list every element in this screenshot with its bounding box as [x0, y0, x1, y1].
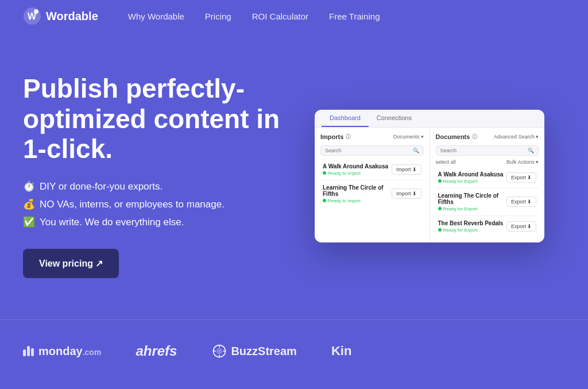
feature-2: 💰 NO VAs, interns, or employees to manag…: [23, 198, 294, 210]
export-arrow-icon-1: ⬇: [527, 175, 532, 180]
export-btn-2[interactable]: Export ⬇: [506, 197, 536, 207]
imports-info-icon: ⓘ: [346, 133, 351, 141]
imports-column: Imports ⓘ Documents ▾ 🔍: [315, 128, 430, 242]
export-btn-3[interactable]: Export ⬇: [506, 221, 536, 232]
hero-section: Publish perfectly-optimized content in 1…: [0, 32, 588, 319]
import-doc-info-1: A Walk Around Asakusa Ready to Import: [323, 163, 392, 176]
bulk-actions-chevron: ▾: [536, 159, 539, 165]
dashboard-tabs: Dashboard Connections: [315, 110, 544, 128]
brand-kinsta: Kin: [331, 344, 351, 359]
svg-point-4: [216, 348, 223, 355]
feature-2-text: NO VAs, interns, or employees to manage.: [40, 199, 225, 210]
doc-title-2: Learning The Circle of Fifths: [438, 192, 506, 205]
documents-search-icon: 🔍: [528, 148, 534, 153]
imports-search-icon: 🔍: [413, 148, 419, 153]
tab-dashboard[interactable]: Dashboard: [322, 110, 369, 127]
buzzstream-icon: [211, 343, 227, 359]
import-doc-status-2: Ready to Import: [323, 198, 392, 203]
documents-info-icon: ⓘ: [472, 133, 477, 141]
documents-search-input[interactable]: [440, 148, 528, 153]
buzzstream-label: BuzzStream: [231, 345, 296, 358]
kinsta-label: Kin: [331, 344, 351, 359]
view-pricing-button[interactable]: View pricing ↗: [23, 249, 119, 278]
doc-status-1: Ready for Export: [438, 179, 506, 184]
monday-bar-1: [23, 349, 26, 356]
svg-point-2: [34, 9, 38, 14]
hero-title: Publish perfectly-optimized content in 1…: [23, 74, 294, 165]
monday-symbol: [23, 346, 34, 356]
brand-name: Wordable: [46, 10, 98, 23]
doc-info-2: Learning The Circle of Fifths Ready for …: [438, 192, 506, 211]
sort-chevron-icon: ▾: [421, 134, 424, 140]
monday-bar-2: [27, 346, 30, 356]
doc-title-3: The Best Reverb Pedals: [438, 220, 506, 226]
import-btn-1[interactable]: Import ⬇: [392, 164, 421, 175]
export-btn-1[interactable]: Export ⬇: [506, 172, 536, 183]
doc-status-dot-2: [438, 207, 442, 210]
doc-status-dot-1: [438, 179, 442, 183]
bulk-actions-dropdown[interactable]: Bulk Actions ▾: [506, 159, 539, 165]
import-doc-info-2: Learning The Circle of Fifths Ready to I…: [323, 184, 392, 203]
import-arrow-icon-2: ⬇: [412, 191, 417, 197]
hero-illustration: Dashboard Connections Imports ⓘ Document…: [294, 110, 565, 242]
doc-status-dot-3: [438, 228, 442, 232]
ahrefs-label: ahrefs: [136, 343, 177, 359]
doc-row-3: The Best Reverb Pedals Ready for Export …: [436, 216, 539, 237]
import-doc-title-1: A Walk Around Asakusa: [323, 163, 392, 170]
hero-content: Publish perfectly-optimized content in 1…: [23, 74, 294, 279]
feature-2-icon: 💰: [23, 198, 35, 210]
export-arrow-icon-3: ⬇: [527, 224, 532, 229]
doc-title-1: A Walk Around Asakusa: [438, 171, 506, 178]
import-row-2: Learning The Circle of Fifths Ready to I…: [320, 180, 424, 207]
doc-info-3: The Best Reverb Pedals Ready for Export: [438, 220, 506, 233]
nav-roi-calculator[interactable]: ROI Calculator: [252, 11, 308, 21]
import-row-1: A Walk Around Asakusa Ready to Import Im…: [320, 159, 424, 180]
advanced-search[interactable]: Advanced Search ▾: [494, 134, 539, 140]
brand-ahrefs: ahrefs: [136, 343, 177, 359]
import-status-dot-2: [323, 199, 326, 202]
logo-link[interactable]: W Wordable: [23, 7, 98, 25]
feature-3-icon: ✅: [23, 216, 35, 228]
import-doc-title-2: Learning The Circle of Fifths: [323, 184, 392, 197]
monday-bar-3: [31, 348, 34, 356]
select-all-label[interactable]: select all: [436, 159, 456, 165]
feature-3-text: You write. We do everything else.: [40, 217, 184, 228]
nav-free-training[interactable]: Free Training: [329, 11, 380, 21]
doc-row-1: A Walk Around Asakusa Ready for Export E…: [436, 167, 539, 188]
doc-info-1: A Walk Around Asakusa Ready for Export: [438, 171, 506, 184]
documents-column: Documents ⓘ Advanced Search ▾ 🔍 selec: [430, 128, 545, 242]
export-arrow-icon-2: ⬇: [527, 199, 532, 205]
feature-3: ✅ You write. We do everything else.: [23, 216, 294, 228]
imports-search-box[interactable]: 🔍: [320, 145, 424, 156]
documents-header: Documents ⓘ Advanced Search ▾: [436, 133, 539, 141]
documents-title: Documents ⓘ: [436, 133, 478, 141]
advanced-search-chevron: ▾: [536, 134, 539, 140]
imports-header: Imports ⓘ Documents ▾: [320, 133, 424, 141]
brand-monday: monday.com: [23, 345, 101, 358]
feature-1: ⏱️ DIY or done-for-you exports.: [23, 180, 294, 192]
import-status-dot-1: [323, 171, 326, 175]
import-doc-status-1: Ready to Import: [323, 171, 392, 176]
monday-label: monday.com: [38, 345, 101, 358]
import-btn-2[interactable]: Import ⬇: [392, 188, 421, 199]
nav-pricing[interactable]: Pricing: [205, 11, 231, 21]
wordable-logo-icon: W: [23, 7, 41, 25]
select-all-row: select all Bulk Actions ▾: [436, 159, 539, 165]
imports-sort[interactable]: Documents ▾: [393, 134, 424, 140]
dashboard-mockup: Dashboard Connections Imports ⓘ Document…: [315, 110, 544, 242]
import-arrow-icon-1: ⬇: [412, 167, 417, 172]
doc-status-3: Ready for Export: [438, 228, 506, 233]
documents-search-box[interactable]: 🔍: [436, 145, 539, 156]
tab-connections[interactable]: Connections: [369, 110, 420, 127]
dashboard-body: Imports ⓘ Documents ▾ 🔍: [315, 128, 544, 242]
doc-status-2: Ready for Export: [438, 206, 506, 211]
brand-buzzstream: BuzzStream: [211, 343, 296, 359]
navigation: W Wordable Why Wordable Pricing ROI Calc…: [0, 0, 588, 32]
feature-1-icon: ⏱️: [23, 180, 35, 192]
doc-row-2: Learning The Circle of Fifths Ready for …: [436, 188, 539, 216]
nav-why-wordable[interactable]: Why Wordable: [128, 11, 184, 21]
feature-1-text: DIY or done-for-you exports.: [40, 181, 163, 192]
imports-search-input[interactable]: [325, 148, 413, 153]
imports-title: Imports ⓘ: [320, 133, 351, 141]
hero-features: ⏱️ DIY or done-for-you exports. 💰 NO VAs…: [23, 180, 294, 228]
